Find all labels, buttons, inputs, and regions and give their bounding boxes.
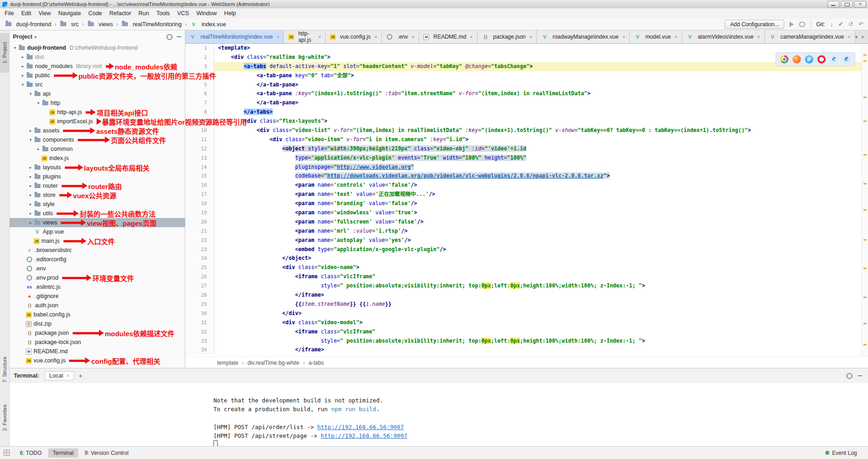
chevron-down-icon[interactable]: ▾ bbox=[12, 46, 18, 50]
code-text[interactable]: </a-tabs> bbox=[214, 108, 862, 117]
code-text[interactable]: <param name='mrl' :value='i.rtsp'/> bbox=[214, 227, 862, 236]
tree-item-main.js[interactable]: JSmain.js入口文件 bbox=[9, 236, 185, 246]
tree-item-store[interactable]: ▸storevuex公共资源 bbox=[9, 190, 185, 200]
terminal-tab-local[interactable]: Local× bbox=[45, 371, 74, 380]
minimize-panel-icon[interactable] bbox=[858, 375, 862, 376]
close-tab-icon[interactable]: × bbox=[374, 34, 377, 40]
breadcrumb-index.vue[interactable]: Vindex.vue bbox=[190, 21, 226, 28]
code-text[interactable]: style=" position:absolute;visibility:inh… bbox=[214, 337, 862, 346]
terminal-prompt-line[interactable] bbox=[213, 440, 868, 446]
code-line-12[interactable]: 12 <object style="width:390px;height:219… bbox=[185, 144, 862, 154]
chevron-right-icon[interactable]: ▸ bbox=[20, 64, 26, 69]
menu-vcs[interactable]: VCS bbox=[173, 9, 193, 18]
close-tab-icon[interactable]: × bbox=[318, 34, 321, 40]
code-text[interactable]: <param name='autoplay' value='yes'/> bbox=[214, 236, 862, 245]
editor-tab-vue.config.js[interactable]: JSvue.config.js× bbox=[326, 30, 382, 43]
menu-code[interactable]: Code bbox=[85, 9, 106, 18]
settings-gear-icon[interactable] bbox=[167, 34, 172, 40]
edge-browser-icon[interactable] bbox=[842, 55, 851, 63]
error-stripe[interactable] bbox=[862, 44, 868, 356]
git-update-icon[interactable]: ↓ bbox=[830, 21, 834, 28]
rollback-icon[interactable]: ↶ bbox=[858, 21, 863, 28]
code-line-21[interactable]: 21 <param name='mrl' :value='i.rtsp'/> bbox=[185, 227, 862, 236]
menu-edit[interactable]: Edit bbox=[17, 9, 35, 18]
tool-button-structure[interactable]: 7: Structure bbox=[0, 351, 9, 388]
menu-tools[interactable]: Tools bbox=[153, 9, 173, 18]
statusbar-terminal[interactable]: Terminal bbox=[48, 448, 78, 458]
code-text[interactable]: <div class="video-list" v-for="(item,ind… bbox=[214, 126, 862, 135]
chevron-right-icon[interactable]: ▸ bbox=[28, 184, 34, 188]
editor-tab-alarmVideos\index.vue[interactable]: ValarmVideos\index.vue× bbox=[682, 30, 765, 43]
code-text[interactable]: <div class="flex-layouts"> bbox=[214, 117, 862, 126]
stripe-mark-icon[interactable] bbox=[863, 297, 867, 298]
code-text[interactable]: </a-tab-pane> bbox=[214, 80, 862, 90]
tree-item-App.vue[interactable]: VApp.vue bbox=[9, 227, 185, 236]
terminal-link[interactable]: http://192.168.66.56:9007 bbox=[321, 432, 407, 439]
safari-browser-icon[interactable] bbox=[805, 55, 813, 63]
code-line-31[interactable]: 31 <div class="video-model"> bbox=[185, 318, 862, 327]
code-text[interactable]: <param name='controls' value='false'/> bbox=[214, 181, 862, 190]
close-button[interactable]: × bbox=[854, 1, 866, 8]
tree-item-components[interactable]: ▾components页面公共组件文件 bbox=[9, 135, 185, 144]
code-line-2[interactable]: 2 <div class="realTime bg-white"> bbox=[185, 53, 862, 62]
code-line-13[interactable]: 13 type='application/x-vlc-plugin' event… bbox=[185, 154, 862, 163]
code-line-27[interactable]: 27 style=" position:absolute;visibility:… bbox=[185, 281, 862, 291]
tree-item-duoji-frontend[interactable]: ▾duoji-frontendD:\zheheWeb\duoji-fronten… bbox=[9, 43, 185, 52]
stripe-mark-icon[interactable] bbox=[863, 239, 867, 241]
editor-tab-roadwayManage\index.vue[interactable]: VroadwayManage\index.vue× bbox=[537, 30, 630, 43]
stripe-mark-icon[interactable] bbox=[863, 154, 867, 155]
tool-button-project[interactable]: 1: Project bbox=[0, 33, 9, 73]
code-editor[interactable]: 1<template>2 <div class="realTime bg-whi… bbox=[185, 44, 862, 356]
editor-crumb-div.realTime.bg-white[interactable]: div.realTime.bg-white bbox=[247, 360, 299, 366]
stripe-mark-icon[interactable] bbox=[863, 183, 867, 184]
close-tab-icon[interactable]: × bbox=[412, 34, 414, 40]
editor-crumb-template[interactable]: template bbox=[217, 360, 238, 366]
editor-tab-http-api.js[interactable]: JShttp-api.js× bbox=[284, 30, 326, 43]
menu-run[interactable]: Run bbox=[135, 9, 153, 18]
code-text[interactable]: <param name='branding' value='false'/> bbox=[214, 199, 862, 208]
code-text[interactable]: </iframe> bbox=[214, 345, 862, 355]
chevron-down-icon[interactable]: ▾ bbox=[20, 82, 26, 87]
code-text[interactable]: </object> bbox=[214, 254, 862, 263]
tool-windows-grid-icon[interactable] bbox=[4, 450, 10, 456]
tree-item-README.md[interactable]: MREADME.md bbox=[9, 347, 185, 356]
tab-list-icon[interactable]: ▾ bbox=[855, 34, 858, 40]
tree-item-package-lock.json[interactable]: { }package-lock.json bbox=[9, 338, 185, 347]
firefox-browser-icon[interactable] bbox=[793, 55, 801, 63]
tree-item-layouts[interactable]: ▸layoutslayouts全局布局相关 bbox=[9, 163, 185, 172]
tree-item-http[interactable]: ▾http bbox=[9, 98, 185, 108]
code-text[interactable]: <div class="video-model"> bbox=[214, 318, 862, 327]
tool-button-favorites[interactable]: 2: Favorites bbox=[0, 393, 9, 442]
statusbar-6-todo[interactable]: 6: TODO bbox=[15, 448, 46, 458]
code-text[interactable]: pluginspage="http://www.videolan.org" bbox=[214, 163, 862, 172]
tree-item-style[interactable]: ▸style bbox=[9, 200, 185, 209]
menu-window[interactable]: Window bbox=[193, 9, 220, 18]
tree-item-router[interactable]: ▸routerrouter路由 bbox=[9, 181, 185, 190]
code-line-3[interactable]: 3 <a-tabs default-active-key="1" slot="h… bbox=[185, 62, 862, 71]
code-line-18[interactable]: 18 <param name='branding' value='false'/… bbox=[185, 199, 862, 208]
code-line-8[interactable]: 8 </a-tabs> bbox=[185, 108, 862, 117]
terminal-settings-icon[interactable] bbox=[846, 373, 852, 379]
editor-tab-.env[interactable]: .env× bbox=[382, 30, 419, 43]
editor-tab-README.md[interactable]: MREADME.md× bbox=[419, 30, 477, 43]
code-line-17[interactable]: 17 <param name='text' value='正在加载视频中...'… bbox=[185, 190, 862, 199]
close-tab-icon[interactable]: × bbox=[674, 34, 677, 40]
menu-navigate[interactable]: Navigate bbox=[55, 9, 85, 18]
breadcrumb-duoji-frontend[interactable]: duoji-frontend bbox=[5, 21, 51, 28]
run-icon[interactable] bbox=[789, 22, 794, 27]
chevron-down-icon[interactable]: ▾ bbox=[35, 101, 41, 105]
terminal-link[interactable]: http://192.168.66.56:9007 bbox=[317, 424, 404, 430]
chrome-browser-icon[interactable] bbox=[780, 55, 788, 63]
chevron-down-icon[interactable]: ▾ bbox=[28, 92, 34, 96]
new-terminal-button[interactable]: + bbox=[79, 372, 82, 379]
code-line-15[interactable]: 15 codebase="http://downloads.videolan.o… bbox=[185, 172, 862, 181]
tree-item-public[interactable]: ▸publicpublic资源文件夹，一般放引用的第三方插件 bbox=[9, 71, 185, 80]
tree-item-.editorconfig[interactable]: .editorconfig bbox=[9, 255, 185, 264]
code-line-7[interactable]: 7 </a-tab-pane> bbox=[185, 98, 862, 108]
git-commit-icon[interactable]: ✓ bbox=[838, 21, 843, 28]
stripe-mark-icon[interactable] bbox=[863, 268, 867, 269]
chevron-right-icon[interactable]: ▸ bbox=[20, 73, 26, 78]
close-tab-icon[interactable]: × bbox=[757, 34, 760, 40]
code-text[interactable]: <embed type="application/x-google-vlc-pl… bbox=[214, 245, 862, 254]
code-line-9[interactable]: 9 <div class="flex-layouts"> bbox=[185, 117, 862, 126]
